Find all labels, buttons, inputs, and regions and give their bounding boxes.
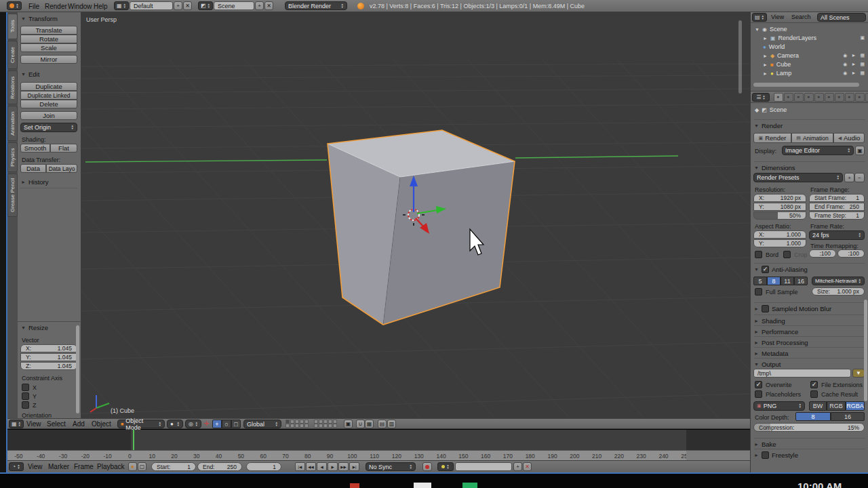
end-frame-prop-field[interactable]: End Frame:250 [809,203,865,211]
menu-file[interactable]: File [28,3,39,10]
shelf-tab-relations[interactable]: Relations [7,70,18,104]
tab-modifiers-icon[interactable] [825,93,834,102]
scene-icon-button[interactable]: ◩▲▼ [198,1,213,10]
layer-cell[interactable] [304,424,309,428]
resize-z-field[interactable]: Z:1.045 [20,362,77,370]
timeline-editor-type-button[interactable]: ◔▲▼ [9,462,24,471]
layer-cell[interactable] [328,424,332,428]
outliner-row-renderlayers[interactable]: ► ▣ RenderLayers ▣ [763,35,865,41]
snap-magnet-icon[interactable]: ∪ [356,420,365,428]
timeline-menu-view[interactable]: View [28,463,43,470]
render-engine-dropdown[interactable]: Blender Render ▲▼ [285,1,347,10]
timeline-ruler[interactable]: -50-40-30-20-100102030405060708090100110… [7,450,750,460]
restrict-select-icon[interactable]: ► [851,62,856,67]
end-frame-field[interactable]: End:250 [197,462,242,471]
anti-aliasing-checkbox[interactable]: ✓ [762,266,769,273]
render-section-header[interactable]: ▼Render [754,119,865,129]
remap-new-field[interactable]: :100 [837,249,865,258]
output-section-header[interactable]: ▼Output [754,358,865,368]
viewport-editor-type-button[interactable]: ▦▲▼ [9,420,24,428]
image-icon[interactable]: ▣ [860,35,865,41]
aspect-y-field[interactable]: Y:1.000 [753,239,806,247]
lock-frame-range-icon[interactable]: ▢ [138,462,146,471]
frame-step-field[interactable]: Frame Step:1 [809,211,865,220]
post-processing-section[interactable]: ►Post Processing [754,336,865,346]
channel-rgba-button[interactable]: RGBA [846,401,865,411]
scale-manipulator-toggle[interactable]: □ [231,420,241,428]
layer-cell[interactable] [319,424,323,428]
border-checkbox[interactable] [755,251,762,258]
resolution-x-field[interactable]: X:1920 px [753,194,806,202]
history-panel-header[interactable]: ►History [21,178,49,186]
playback-button-3[interactable]: ▶ [328,462,338,471]
add-preset-button[interactable]: + [844,173,854,182]
tab-world-icon[interactable] [804,93,814,102]
display-dropdown[interactable]: Image Editor ▲▼ [782,146,854,155]
overwrite-checkbox[interactable]: ✓ [755,381,762,388]
dimensions-section-header[interactable]: ▼Dimensions [754,161,865,171]
taskbar-white-icon[interactable] [414,483,431,488]
constraint-x-checkbox[interactable] [22,384,29,391]
tab-scene-icon[interactable] [794,93,804,102]
channel-bw-button[interactable]: BW [809,401,827,411]
outliner-row-world[interactable]: ● World [763,43,865,50]
timeline-menu-frame[interactable]: Frame [74,463,94,470]
sync-dropdown[interactable]: No Sync ▲▼ [366,462,416,471]
resize-x-field[interactable]: X:1.045 [20,344,77,352]
render-opengl-anim-icon[interactable]: ▥ [387,420,396,428]
playback-button-1[interactable]: ◀◀ [306,462,316,471]
outliner-menu-view[interactable]: View [771,14,784,20]
render-button[interactable]: ▣Render [753,133,791,143]
keying-set-dropdown[interactable]: ▲▼ [437,462,454,471]
outliner-scrollbar[interactable] [753,83,859,87]
freestyle-checkbox[interactable] [762,451,769,459]
expand-icon[interactable]: ► [763,62,768,67]
animation-button[interactable]: ▤Animation [791,133,833,143]
orientation-dropdown[interactable]: Global ▲▼ [243,420,281,428]
depth-16-button[interactable]: 16 [831,412,865,421]
shelf-tab-create[interactable]: Create [7,41,18,69]
restrict-view-icon[interactable]: ◉ [843,70,847,76]
breadcrumb-scene[interactable]: Scene [770,106,787,113]
render-opengl-image-icon[interactable]: ▤ [378,420,387,428]
aa-samples-16[interactable]: 16 [794,277,808,285]
playback-button-4[interactable]: ▶▶ [338,462,349,471]
layer-cell[interactable] [333,424,337,428]
constraint-y-checkbox[interactable] [22,392,29,400]
tab-texture-icon[interactable] [855,93,865,102]
translate-manipulator-toggle[interactable]: + [212,420,222,428]
mode-dropdown[interactable]: ■ Object Mode ▲▼ [117,420,165,428]
resize-panel-header[interactable]: ▼Resize [21,324,48,331]
properties-editor-type-button[interactable]: ☰▲▼ [752,93,770,102]
translate-button[interactable]: Translate [20,26,77,35]
snap-element-icon[interactable]: ▦ [365,420,374,428]
audio-button[interactable]: ◀Audio [833,133,865,143]
data-button[interactable]: Data [20,164,46,173]
scale-button[interactable]: Scale [20,43,77,52]
restrict-render-icon[interactable]: ▦ [860,70,865,76]
rotate-manipulator-toggle[interactable]: ○ [222,420,231,428]
restrict-render-icon[interactable]: ▦ [860,62,865,67]
outliner-filter-dropdown[interactable]: All Scenes [817,13,866,22]
viewport-menu-select[interactable]: Select [47,420,66,428]
motion-blur-checkbox[interactable] [762,305,769,312]
editor-type-selector[interactable]: ▲▼ [7,1,22,10]
viewport-menu-object[interactable]: Object [92,420,111,428]
layer-cell[interactable] [285,424,290,428]
menu-help[interactable]: Help [94,3,108,10]
depth-8-button[interactable]: 8 [795,412,831,421]
layer-cell[interactable] [300,424,304,428]
tab-object-icon[interactable] [814,93,824,102]
restrict-render-icon[interactable]: ▦ [860,53,865,58]
cache-result-checkbox[interactable] [810,390,818,398]
manipulator-axis-icon[interactable]: ✛ [204,420,210,427]
render-presets-dropdown[interactable]: Render Presets ▲▼ [753,173,843,182]
viewport-3d[interactable]: User Persp (1) Cube [81,12,750,418]
remap-old-field[interactable]: :100 [809,249,836,258]
aa-samples-5[interactable]: 5 [753,277,767,285]
taskbar-red-icon[interactable] [350,483,359,488]
screen-layout-name-field[interactable]: Default [130,1,173,10]
playback-button-2[interactable]: ◀ [317,462,327,471]
shading-section[interactable]: ►Shading [754,314,865,325]
rotate-button[interactable]: Rotate [20,35,77,43]
